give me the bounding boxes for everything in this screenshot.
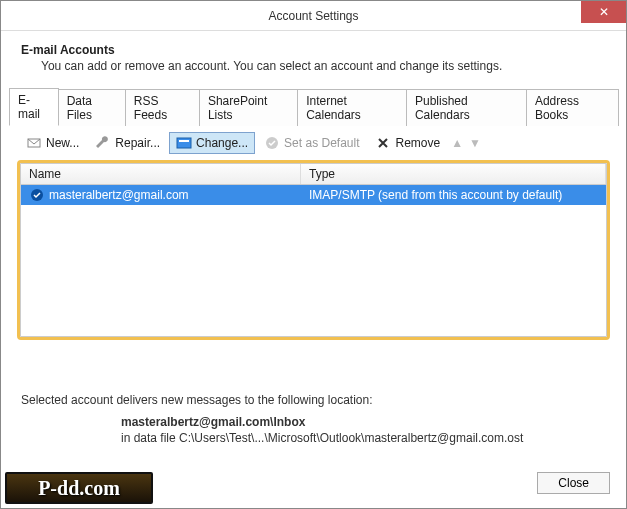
repair-label: Repair... — [115, 136, 160, 150]
new-icon — [26, 135, 42, 151]
header-subtitle: You can add or remove an account. You ca… — [21, 59, 606, 73]
set-default-label: Set as Default — [284, 136, 359, 150]
set-default-button: Set as Default — [257, 132, 366, 154]
new-label: New... — [46, 136, 79, 150]
titlebar: Account Settings ✕ — [1, 1, 626, 31]
remove-button[interactable]: Remove — [368, 132, 447, 154]
remove-icon — [375, 135, 391, 151]
window-title: Account Settings — [268, 9, 358, 23]
delivery-intro: Selected account delivers new messages t… — [21, 393, 606, 407]
change-icon — [176, 135, 192, 151]
tab-sharepoint-lists[interactable]: SharePoint Lists — [199, 89, 298, 126]
header-title: E-mail Accounts — [21, 43, 606, 57]
delivery-datafile: in data file C:\Users\Test\...\Microsoft… — [21, 431, 606, 445]
tab-rss-feeds[interactable]: RSS Feeds — [125, 89, 200, 126]
tab-email[interactable]: E-mail — [9, 88, 59, 126]
repair-icon — [95, 135, 111, 151]
tabs: E-mail Data Files RSS Feeds SharePoint L… — [9, 87, 618, 126]
checkmark-circle-icon — [264, 135, 280, 151]
tab-internet-calendars[interactable]: Internet Calendars — [297, 89, 407, 126]
tab-published-calendars[interactable]: Published Calendars — [406, 89, 527, 126]
column-type[interactable]: Type — [301, 164, 606, 184]
tab-data-files[interactable]: Data Files — [58, 89, 126, 126]
close-icon: ✕ — [599, 5, 609, 19]
new-button[interactable]: New... — [19, 132, 86, 154]
watermark-logo: P-dd.com — [5, 472, 153, 504]
window-close-button[interactable]: ✕ — [581, 1, 626, 23]
accounts-list: Name Type masteralbertz@gmail.com IMAP/S… — [17, 160, 610, 340]
list-header: Name Type — [21, 164, 606, 185]
delivery-location: masteralbertz@gmail.com\Inbox — [21, 415, 606, 429]
svg-rect-2 — [179, 140, 189, 142]
table-row[interactable]: masteralbertz@gmail.com IMAP/SMTP (send … — [21, 185, 606, 205]
remove-label: Remove — [395, 136, 440, 150]
change-label: Change... — [196, 136, 248, 150]
toolbar: New... Repair... Change... Set as Defaul… — [9, 126, 618, 160]
row-name: masteralbertz@gmail.com — [49, 188, 189, 202]
header: E-mail Accounts You can add or remove an… — [1, 31, 626, 87]
repair-button[interactable]: Repair... — [88, 132, 167, 154]
change-button[interactable]: Change... — [169, 132, 255, 154]
row-type: IMAP/SMTP (send from this account by def… — [309, 188, 562, 202]
delivery-info: Selected account delivers new messages t… — [21, 393, 606, 445]
default-account-icon — [29, 187, 45, 203]
move-up-icon: ▲ — [449, 136, 465, 150]
svg-rect-1 — [177, 138, 191, 148]
tab-address-books[interactable]: Address Books — [526, 89, 619, 126]
close-button[interactable]: Close — [537, 472, 610, 494]
column-name[interactable]: Name — [21, 164, 301, 184]
move-down-icon: ▼ — [467, 136, 483, 150]
